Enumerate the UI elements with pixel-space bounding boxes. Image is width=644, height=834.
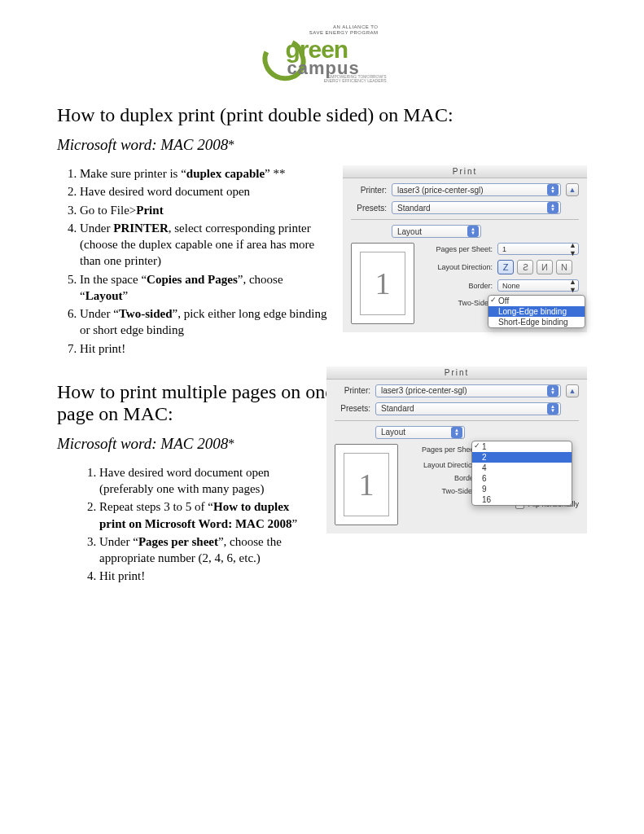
list-item: Go to File>Print [80,202,333,218]
section1-title: How to duplex print (print double sided)… [57,104,587,126]
border-dropdown[interactable]: None ▲▼ [497,279,579,292]
chevron-updown-icon: ▲▼ [467,226,479,237]
logo-green: green [286,39,360,60]
layout-direction-btn-1[interactable]: Z [497,260,514,274]
layout-direction-btn-2[interactable]: Ƨ [517,260,533,274]
dialog-title: Print [326,367,587,380]
twosided-popup[interactable]: Off Long-Edge binding Short-Edge binding [488,295,585,328]
logo-tag-top2: SAVE ENERGY PROGRAM [309,30,379,35]
pps-label: Pages per Sheet: [423,245,493,253]
chevron-updown-icon: ▲▼ [569,241,576,257]
print-dialog-1: Print Printer: laser3 (price-center-sgl)… [343,165,587,332]
logo-block: AN ALLIANCE TO SAVE ENERGY PROGRAM green… [57,24,587,90]
list-item: Make sure printer is “duplex capable” ** [80,165,333,182]
printer-dropdown[interactable]: laser3 (price-center-sgl) ▲▼ [375,384,561,397]
list-item: Under “Pages per sheet”, choose the appr… [99,533,317,567]
presets-dropdown[interactable]: Standard ▲▼ [375,402,561,415]
pps-option[interactable]: 2 [472,452,572,463]
list-item: Repeat steps 3 to 5 of “How to duplex pr… [99,498,317,532]
list-item: Under “Two-sided”, pick either long edge… [80,305,333,339]
chevron-updown-icon: ▲▼ [451,427,462,438]
list-item: Hit print! [80,340,333,357]
pps-option[interactable]: 4 [472,463,572,473]
printer-dropdown[interactable]: laser3 (price-center-sgl) ▲▼ [392,183,561,196]
section2-subtitle-text: Microsoft word: MAC 2008 [57,435,228,452]
twosided-option-off[interactable]: Off [488,296,585,306]
section2-ast: * [228,437,234,450]
chevron-updown-icon: ▲▼ [547,202,559,213]
layout-direction-btn-3[interactable]: И [537,260,553,274]
preview-page-number: 1 [360,252,405,315]
presets-value: Standard [381,404,414,413]
twosided-option-long[interactable]: Long-Edge binding [488,306,585,317]
twosided-label: Two-Sided [406,487,476,495]
twosided-label: Two-Sided [423,299,493,307]
pps-option[interactable]: 6 [472,473,572,484]
border-label: Border [406,474,476,482]
list-item: In the space “Copies and Pages”, choose … [80,271,333,305]
expand-button[interactable]: ▲ [566,384,579,397]
presets-dropdown[interactable]: Standard ▲▼ [392,201,561,214]
section-dropdown[interactable]: Layout ▲▼ [375,426,465,439]
section1-subtitle-text: Microsoft word: MAC 2008 [57,136,228,153]
pps-option[interactable]: 1 [472,441,572,452]
dialog-title: Print [343,165,587,178]
pps-label: Pages per Sheet [406,446,476,454]
printer-value: laser3 (price-center-sgl) [397,186,484,195]
print-dialog-2: Print Printer: laser3 (price-center-sgl)… [326,367,587,533]
pps-value: 1 [502,245,506,253]
list-item: Under PRINTER, select corresponding prin… [80,220,333,270]
twosided-option-short[interactable]: Short-Edge binding [488,317,585,327]
section-value: Layout [381,428,405,437]
page-preview: 1 [335,444,398,525]
printer-value: laser3 (price-center-sgl) [381,386,467,395]
chevron-updown-icon: ▲▼ [547,403,559,415]
pps-option[interactable]: 9 [472,484,572,494]
presets-label: Presets: [351,204,387,213]
layout-direction-label: Layout Direction: [423,263,493,271]
chevron-updown-icon: ▲▼ [547,385,559,397]
chevron-updown-icon: ▲▼ [569,278,576,294]
logo-tag-top1: AN ALLIANCE TO [333,24,378,29]
list-item: Hit print! [99,568,317,584]
presets-value: Standard [397,204,431,213]
section-value: Layout [397,227,422,236]
border-value: None [502,282,520,290]
section1-steps: Make sure printer is “duplex capable” **… [80,165,333,357]
expand-button[interactable]: ▲ [566,183,579,196]
section1-subtitle: Microsoft word: MAC 2008* [57,136,587,154]
page-preview: 1 [351,243,414,324]
logo-tag-bot2: ENERGY EFFICIENCY LEADERS [324,78,387,83]
section2-steps: Have desired word document open (prefera… [99,464,317,585]
section-dropdown[interactable]: Layout ▲▼ [392,225,481,238]
chevron-updown-icon: ▲▼ [547,184,559,195]
border-label: Border: [423,282,493,290]
preview-page-number: 1 [344,453,389,516]
section2-title: How to print multiple pages on one page … [57,381,334,425]
list-item: Have desired word document open (prefera… [99,464,317,498]
section1-ast: * [228,138,234,151]
layout-direction-btn-4[interactable]: N [556,260,572,274]
presets-label: Presets: [335,404,370,413]
printer-label: Printer: [351,186,387,195]
printer-label: Printer: [335,386,370,395]
pps-popup[interactable]: 1 2 4 6 9 16 [471,441,572,506]
pps-dropdown[interactable]: 1 ▲▼ [497,243,579,255]
list-item: Have desired word document open [80,183,333,200]
layout-direction-label: Layout Direction [406,461,476,469]
pps-option[interactable]: 16 [472,494,572,505]
